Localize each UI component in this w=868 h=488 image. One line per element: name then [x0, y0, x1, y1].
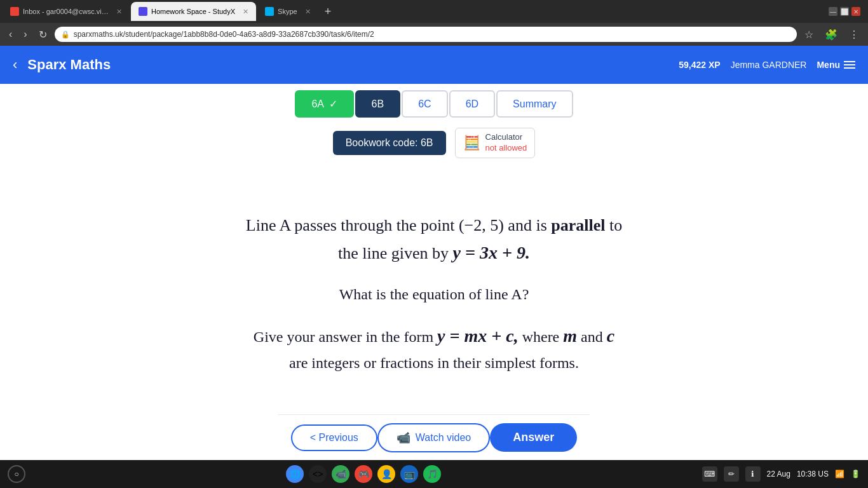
bookmark-button[interactable]: ☆ [801, 27, 817, 42]
keyboard-icon[interactable]: ⌨ [702, 466, 717, 482]
terminal-icon[interactable]: <> [309, 465, 327, 483]
maximize-button[interactable]: ⬜ [840, 7, 849, 16]
tab-gmail[interactable]: Inbox - gar0004@cwsc.vic.edu ✕ [3, 2, 130, 21]
browser-menu-button[interactable]: ⋮ [845, 27, 863, 42]
os-circle-button[interactable]: ○ [8, 465, 25, 483]
window-controls: — ⬜ ✕ [824, 7, 865, 16]
taskbar-left: ○ [8, 465, 25, 483]
xp-display: 59,422 XP [679, 60, 720, 70]
checkmark-icon: ✓ [329, 98, 337, 109]
bottom-bar: < Previous 📹 Watch video Answer [278, 414, 590, 460]
tab-6c[interactable]: 6C [402, 90, 447, 118]
battery-icon: 🔋 [851, 470, 860, 478]
tab-skype[interactable]: Skype ✕ [257, 2, 318, 21]
instruction-text: Give your answer in the form y = mx + c,… [254, 322, 614, 375]
meet-icon[interactable]: 📹 [332, 465, 349, 483]
forward-button[interactable]: › [20, 27, 31, 41]
secure-icon: 🔒 [61, 30, 70, 39]
equation-display: y = 3x + 9. [453, 243, 530, 262]
classroom-icon[interactable]: 👤 [377, 465, 395, 483]
tab-6a[interactable]: 6A ✓ [295, 90, 353, 118]
url-text: sparxmaths.uk/student/package/1abb8b8d-0… [74, 30, 374, 39]
tab-close-studyx[interactable]: ✕ [243, 8, 248, 16]
question-line-1: Line A passes through the point (−2, 5) … [246, 212, 622, 267]
tab-6d[interactable]: 6D [449, 90, 495, 118]
wifi-icon: 📶 [835, 470, 844, 478]
taskbar-right: ⌨ ✏ ℹ 22 Aug 10:38 US 📶 🔋 [702, 466, 860, 482]
minimize-button[interactable]: — [829, 7, 837, 16]
calculator-info: 🧮 Calculator not allowed [455, 128, 536, 158]
video-icon: 📹 [397, 431, 410, 445]
extensions-button[interactable]: 🧩 [821, 27, 841, 42]
hamburger-icon [844, 61, 855, 69]
app-header: ‹ Sparx Maths 59,422 XP Jemma GARDNER Me… [0, 46, 868, 84]
m-variable: m [563, 326, 577, 346]
tab-close-skype[interactable]: ✕ [305, 8, 311, 16]
task-tab-navigation: 6A ✓ 6B 6C 6D Summary [295, 90, 573, 118]
browser-controls: ‹ › ↻ 🔒 sparxmaths.uk/student/package/1a… [0, 23, 868, 46]
taskbar-center: 🌐 <> 📹 🎮 👤 📺 🎵 [286, 465, 441, 483]
back-button[interactable]: ‹ [5, 27, 16, 41]
tab-6b[interactable]: 6B [355, 90, 401, 118]
spotify-icon[interactable]: 🎵 [423, 465, 441, 483]
form-equation: y = mx + c, [437, 326, 519, 346]
reload-button[interactable]: ↻ [35, 27, 51, 42]
back-navigation-button[interactable]: ‹ [13, 57, 17, 73]
screencast-icon[interactable]: 📺 [400, 465, 418, 483]
tab-bar: Inbox - gar0004@cwsc.vic.edu ✕ Homework … [0, 0, 868, 23]
kaiten-icon[interactable]: 🎮 [355, 465, 372, 483]
tab-summary[interactable]: Summary [496, 90, 573, 118]
new-tab-button[interactable]: + [320, 5, 337, 18]
c-variable: c [607, 326, 614, 346]
answer-button[interactable]: Answer [490, 423, 577, 452]
question-area: Line A passes through the point (−2, 5) … [148, 173, 720, 414]
close-button[interactable]: ✕ [851, 7, 860, 16]
app-logo: Sparx Maths [27, 57, 679, 73]
url-bar[interactable]: 🔒 sparxmaths.uk/student/package/1abb8b8d… [55, 27, 797, 42]
tab-close-gmail[interactable]: ✕ [116, 8, 122, 16]
menu-button[interactable]: Menu [817, 60, 855, 70]
calculator-label: Calculator [485, 132, 527, 143]
bookwork-row: Bookwork code: 6B 🧮 Calculator not allow… [333, 128, 536, 158]
info-icon[interactable]: ℹ [745, 466, 761, 482]
watch-video-button[interactable]: 📹 Watch video [377, 423, 490, 452]
parallel-word: parallel [551, 216, 605, 234]
sub-question: What is the equation of line A? [339, 286, 529, 303]
chrome-icon[interactable]: 🌐 [286, 465, 304, 483]
main-content: 6A ✓ 6B 6C 6D Summary Bookwork code: 6B … [0, 84, 868, 460]
previous-button[interactable]: < Previous [291, 424, 377, 451]
date-display: 22 Aug [767, 470, 790, 478]
os-taskbar: ○ 🌐 <> 📹 🎮 👤 📺 🎵 ⌨ ✏ ℹ 22 Aug 10:38 US 📶… [0, 460, 868, 488]
calculator-text: Calculator not allowed [485, 132, 527, 154]
calculator-icon: 🧮 [463, 135, 480, 151]
browser-chrome: Inbox - gar0004@cwsc.vic.edu ✕ Homework … [0, 0, 868, 46]
tab-studyx[interactable]: Homework Space - StudyX ✕ [131, 2, 256, 21]
username-display: Jemma GARDNER [731, 60, 807, 70]
calculator-status: not allowed [485, 143, 527, 154]
user-info: 59,422 XP Jemma GARDNER Menu [679, 60, 855, 70]
bookwork-code: Bookwork code: 6B [333, 131, 446, 155]
time-display: 10:38 US [797, 470, 829, 478]
pen-icon[interactable]: ✏ [724, 466, 739, 482]
